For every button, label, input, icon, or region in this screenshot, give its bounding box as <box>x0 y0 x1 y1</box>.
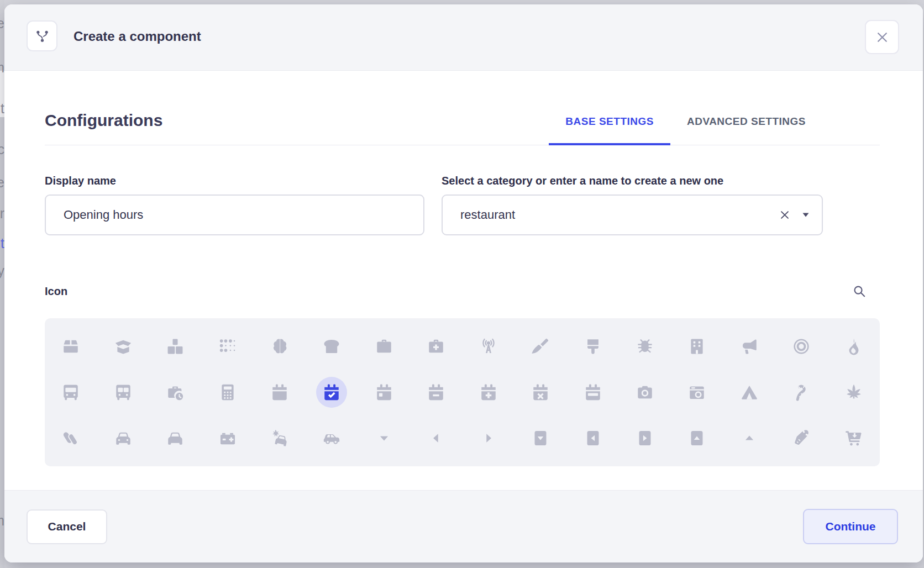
background-text-fragment: y <box>0 264 4 278</box>
icon-option-broom[interactable] <box>514 323 566 369</box>
calendar-check-icon <box>316 377 347 408</box>
icon-option-brain[interactable] <box>254 323 306 369</box>
icon-option-bread-slice[interactable] <box>306 323 358 369</box>
icon-option-caret-square-right[interactable] <box>619 415 671 461</box>
icon-option-calendar-plus[interactable] <box>463 369 514 415</box>
icon-option-carrot[interactable] <box>775 415 827 461</box>
icon-option-caret-square-left[interactable] <box>566 415 618 461</box>
business-time-icon <box>160 377 191 408</box>
icon-option-braille[interactable] <box>201 323 253 369</box>
icon-grid <box>45 318 880 466</box>
building-icon <box>681 331 712 362</box>
icon-option-bus[interactable] <box>45 369 97 415</box>
icon-option-caret-square-up[interactable] <box>671 415 723 461</box>
icon-option-cannabis[interactable] <box>828 369 880 415</box>
bread-slice-icon <box>316 331 347 362</box>
background-page-edge: emticertym <box>0 0 4 568</box>
caret-left-icon <box>421 423 452 454</box>
braille-icon <box>212 331 243 362</box>
background-text-fragment: m <box>0 61 4 75</box>
icon-option-bullhorn[interactable] <box>723 323 775 369</box>
background-text-fragment: t <box>1 236 4 250</box>
category-selected-value: restaurant <box>460 208 779 222</box>
icon-option-caret-up[interactable] <box>723 415 775 461</box>
icon-option-campground[interactable] <box>723 369 775 415</box>
background-text-fragment: m <box>0 514 4 528</box>
icon-option-boxes[interactable] <box>149 323 201 369</box>
calendar-minus-icon <box>421 377 452 408</box>
search-icon[interactable] <box>852 284 867 298</box>
icon-option-calendar-check[interactable] <box>306 369 358 415</box>
icon-option-calculator[interactable] <box>201 369 253 415</box>
briefcase-icon <box>369 331 400 362</box>
icon-option-car-side[interactable] <box>306 415 358 461</box>
briefcase-medical-icon <box>421 331 452 362</box>
car-crash-icon <box>264 423 295 454</box>
icon-option-car-crash[interactable] <box>254 415 306 461</box>
bug-icon <box>629 331 660 362</box>
close-button[interactable] <box>865 20 899 54</box>
icon-option-caret-down[interactable] <box>358 415 410 461</box>
icon-option-car-battery[interactable] <box>201 415 253 461</box>
icon-option-burn[interactable] <box>828 323 880 369</box>
icon-option-bus-alt[interactable] <box>97 369 149 415</box>
boxes-icon <box>160 331 191 362</box>
brain-icon <box>264 331 295 362</box>
display-name-input[interactable] <box>45 194 424 235</box>
tab-base-settings[interactable]: BASE SETTINGS <box>549 115 670 145</box>
category-select[interactable]: restaurant <box>442 194 823 235</box>
icon-option-box-open[interactable] <box>97 323 149 369</box>
icon-option-briefcase[interactable] <box>358 323 410 369</box>
icon-option-calendar-minus[interactable] <box>410 369 462 415</box>
campground-icon <box>734 377 765 408</box>
cancel-button[interactable]: Cancel <box>27 509 107 544</box>
background-text-fragment: e <box>0 17 4 30</box>
icon-option-cart-arrow-down[interactable] <box>828 415 880 461</box>
icon-option-calendar[interactable] <box>254 369 306 415</box>
icon-option-car-alt[interactable] <box>149 415 201 461</box>
caret-right-icon <box>473 423 504 454</box>
dialog-footer: Cancel Continue <box>4 490 923 562</box>
display-name-label: Display name <box>45 174 424 187</box>
icon-option-caret-right[interactable] <box>463 415 514 461</box>
icon-option-business-time[interactable] <box>149 369 201 415</box>
bus-icon <box>55 377 86 408</box>
icon-option-calendar-week[interactable] <box>566 369 618 415</box>
icon-option-calendar-times[interactable] <box>514 369 566 415</box>
settings-tabs: BASE SETTINGS ADVANCED SETTINGS <box>549 115 822 145</box>
car-side-icon <box>316 423 347 454</box>
icon-option-car[interactable] <box>97 415 149 461</box>
icon-option-briefcase-medical[interactable] <box>410 323 462 369</box>
section-title: Configurations <box>45 108 162 133</box>
form-fields-row: Display name Select a category or enter … <box>45 174 880 235</box>
car-alt-icon <box>160 423 191 454</box>
car-battery-icon <box>212 423 243 454</box>
icon-section-header: Icon <box>45 284 880 298</box>
icon-option-capsules[interactable] <box>45 415 97 461</box>
page-background: emticertym Create a component Configurat… <box>0 0 924 568</box>
icon-option-camera[interactable] <box>619 369 671 415</box>
caret-square-right-icon <box>629 423 660 454</box>
icon-option-bullseye[interactable] <box>775 323 827 369</box>
continue-button[interactable]: Continue <box>803 509 898 544</box>
background-text-fragment: r <box>0 207 4 220</box>
caret-down-icon[interactable] <box>802 212 810 218</box>
icon-option-camera-retro[interactable] <box>671 369 723 415</box>
caret-down-icon <box>369 423 400 454</box>
calendar-times-icon <box>525 377 556 408</box>
caret-up-icon <box>734 423 765 454</box>
calendar-plus-icon <box>473 377 504 408</box>
category-label: Select a category or enter a name to cre… <box>442 174 823 187</box>
icon-option-caret-square-down[interactable] <box>514 415 566 461</box>
icon-option-calendar-day[interactable] <box>358 369 410 415</box>
icon-option-box[interactable] <box>45 323 97 369</box>
icon-option-building[interactable] <box>671 323 723 369</box>
icon-option-brush[interactable] <box>566 323 618 369</box>
icon-option-broadcast-tower[interactable] <box>463 323 514 369</box>
clear-icon[interactable] <box>779 209 791 221</box>
icon-option-bug[interactable] <box>619 323 671 369</box>
icon-option-caret-left[interactable] <box>410 415 462 461</box>
icon-option-candy-cane[interactable] <box>775 369 827 415</box>
tab-advanced-settings[interactable]: ADVANCED SETTINGS <box>670 115 822 145</box>
component-branch-icon <box>27 20 57 51</box>
